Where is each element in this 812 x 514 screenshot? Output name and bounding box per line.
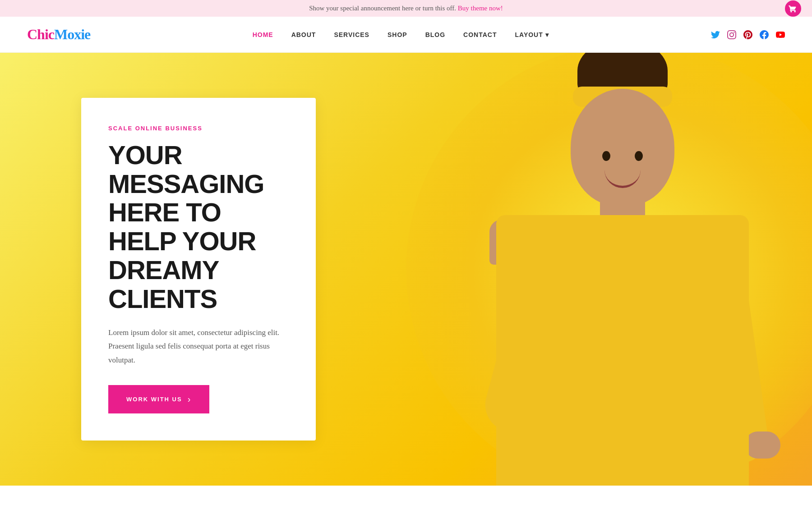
hero-title-line1: YOUR MESSAGING xyxy=(108,140,264,198)
hero-person xyxy=(469,57,776,486)
social-youtube[interactable] xyxy=(776,30,785,39)
nav-shop[interactable]: SHOP xyxy=(388,31,407,38)
eye-left xyxy=(602,151,610,161)
sweater-body xyxy=(496,215,749,486)
social-facebook[interactable] xyxy=(760,30,769,39)
cart-icon xyxy=(789,4,798,13)
hero-title: YOUR MESSAGING HERE TO HELP YOUR DREAMY … xyxy=(108,141,284,313)
buy-theme-link[interactable]: Buy theme now! xyxy=(458,5,503,12)
cart-button[interactable] xyxy=(785,0,801,17)
social-pinterest[interactable] xyxy=(743,30,752,39)
hero-title-line2: HERE TO HELP YOUR xyxy=(108,197,256,256)
eye-right xyxy=(635,151,643,161)
work-btn-arrow: › xyxy=(188,394,192,404)
nav-about[interactable]: ABOUT xyxy=(291,31,316,38)
announcement-bar: Show your special announcement here or t… xyxy=(0,0,812,17)
social-instagram[interactable] xyxy=(727,30,736,39)
work-btn-label: WORK WITH US xyxy=(126,396,182,403)
nav-services[interactable]: SERVICES xyxy=(334,31,369,38)
main-nav: HOME ABOUT SERVICES SHOP BLOG CONTACT LA… xyxy=(253,31,549,38)
logo[interactable]: ChicMoxie xyxy=(27,26,90,43)
logo-moxie: Moxie xyxy=(54,26,90,42)
hero-image-area xyxy=(406,53,812,486)
hero-description: Lorem ipsum dolor sit amet, consectetur … xyxy=(108,326,284,367)
header: ChicMoxie HOME ABOUT SERVICES SHOP BLOG … xyxy=(0,17,812,53)
hand-right xyxy=(744,431,780,459)
nav-layout[interactable]: LAYOUT ▾ xyxy=(515,31,549,38)
nav-blog[interactable]: BLOG xyxy=(425,31,445,38)
logo-chic: Chic xyxy=(27,26,54,42)
hero-title-line3: DREAMY CLIENTS xyxy=(108,255,218,313)
nav-home[interactable]: HOME xyxy=(253,31,273,38)
hero-section: SCALE ONLINE BUSINESS YOUR MESSAGING HER… xyxy=(0,53,812,486)
social-twitter[interactable] xyxy=(711,30,720,39)
social-icons xyxy=(711,30,785,39)
announcement-text: Show your special announcement here or t… xyxy=(309,5,458,12)
nav-contact[interactable]: CONTACT xyxy=(463,31,497,38)
hero-card: SCALE ONLINE BUSINESS YOUR MESSAGING HER… xyxy=(81,98,316,441)
work-with-us-button[interactable]: WORK WITH US › xyxy=(108,385,209,413)
scale-label: SCALE ONLINE BUSINESS xyxy=(108,125,284,132)
